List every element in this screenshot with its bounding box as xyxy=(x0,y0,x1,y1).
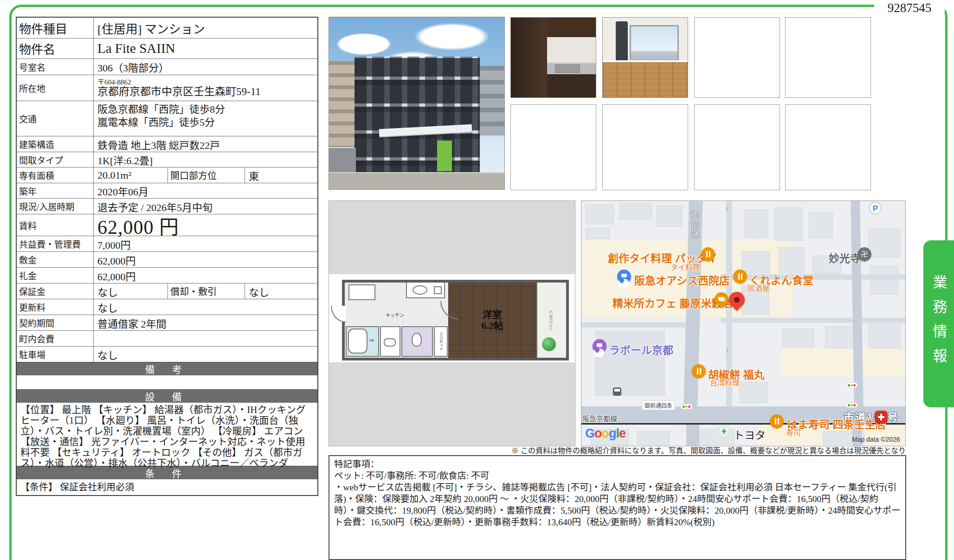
plant-icon xyxy=(542,337,556,351)
map-block-art xyxy=(739,382,768,403)
green-entrance-art xyxy=(437,141,452,171)
street-art xyxy=(329,172,505,190)
kitchen-cabinet-art xyxy=(547,74,596,97)
one-way-arrow-icon: ↓ xyxy=(725,345,729,354)
empty-photo-cell xyxy=(602,104,688,190)
room-curtain-art xyxy=(616,21,628,62)
empty-photo-cell xyxy=(694,104,780,190)
property-table: 物件種目 [住居用] マンション 物件名 La Fite SAIIN 号室名 3… xyxy=(16,17,318,496)
map-block-art xyxy=(586,228,610,239)
remarks-header: 備 考 xyxy=(17,362,317,375)
poi-hamazushi-label: はま寿司 四条壬生店 xyxy=(787,416,886,431)
table-row: 敷金 62,000円 xyxy=(17,251,317,267)
poi-oasis-label: 阪急オアシス西院店 xyxy=(634,272,730,288)
document-number: 9287545 xyxy=(874,0,945,16)
kitchen-photo xyxy=(510,17,596,98)
map-block-art xyxy=(595,331,665,396)
table-row: 所在地 〒604-8862 京都府京都市中京区壬生森町59-11 xyxy=(17,75,317,101)
table-row-rent: 賃料 62,000 円 xyxy=(17,214,317,236)
business-info-tab: 業務情報 xyxy=(923,240,954,407)
kitchen-cabinet-art xyxy=(511,18,547,97)
special-notes-box: 特記事項： ペット: 不可/事務所: 不可/飲食店: 不可 ・webサービス広告… xyxy=(329,455,906,560)
map-block-art xyxy=(825,326,854,348)
building-windows-art xyxy=(355,57,480,173)
map-copyright: Map data ©2026 xyxy=(852,436,900,443)
equipment-body: 【位置】 最上階 【キッチン】 給湯器（都市ガス）・IHクッキングヒーター（1口… xyxy=(17,403,317,466)
railway-label: 阪急京都線 xyxy=(582,413,617,423)
map-block-art xyxy=(585,205,614,224)
restaurant-pin-icon xyxy=(692,364,706,378)
poi-kureyon-sub: 居酒屋 xyxy=(748,282,770,293)
road-label-vertical: 御前通 xyxy=(689,211,700,240)
one-way-arrow-icon: ↓ xyxy=(725,203,729,212)
room-floor-art xyxy=(603,62,688,97)
table-row: 駐車場 なし xyxy=(17,346,317,362)
building-exterior-photo xyxy=(329,17,505,190)
bathtub-art xyxy=(348,328,367,354)
map-road xyxy=(581,322,689,328)
closet-art: クロゼット xyxy=(434,326,448,357)
restaurant-pin-icon xyxy=(701,247,715,261)
map-block-art xyxy=(782,328,814,347)
closet-label: クロゼット xyxy=(438,332,444,351)
table-row: 町内会費 xyxy=(17,330,317,346)
google-logo: Google xyxy=(585,426,625,441)
parking-icon: P xyxy=(869,202,882,214)
map-block-art xyxy=(779,247,805,273)
restaurant-pin-icon xyxy=(770,414,784,428)
google-letter: o xyxy=(602,426,609,440)
bus-stop-icon xyxy=(613,387,621,396)
transport-line: 嵐電本線「西院」徒歩5分 xyxy=(97,116,215,129)
supermarket-pin-icon xyxy=(617,270,631,283)
table-row: 更新料 なし xyxy=(17,299,317,315)
balcony-label: バルコニー xyxy=(548,310,554,331)
table-row: 共益費・管理費 7,000円 xyxy=(17,236,317,251)
restaurant-pin-icon xyxy=(733,270,747,283)
table-row: 交通 阪急京都線「西院」徒歩8分 嵐電本線「西院」徒歩5分 xyxy=(17,101,317,136)
map-block-art xyxy=(657,206,682,227)
map-road xyxy=(686,423,699,446)
intersection-label: 御前通四条 xyxy=(642,400,675,410)
kitchen-sink-art xyxy=(555,64,580,73)
poi-fukumaru-sub: 台湾料理 xyxy=(710,377,740,388)
transport-line: 阪急京都線「西院」徒歩8分 xyxy=(97,103,225,116)
empty-photo-cell xyxy=(785,104,871,190)
business-info-tab-label: 業務情報 xyxy=(928,275,949,373)
room-window-art xyxy=(630,25,679,63)
location-map: 御前通 市道186号 阪急京都線 御前通四条 ↓ ↓ 創作タイ料理 パッタイ タ… xyxy=(581,200,906,446)
notes-line: ・webサービス広告掲載 [不可]・チラシ、雑誌等掲載広告 [不可]・法人契約可… xyxy=(334,482,901,528)
room-name-label: 洋室 xyxy=(483,309,502,320)
poi-thai-sub: タイ料理 xyxy=(670,261,700,272)
western-room-art: 洋室 6.2帖 xyxy=(448,283,536,358)
map-block-art xyxy=(744,209,768,238)
cafe-pin-icon xyxy=(715,292,728,306)
traffic-light-icon xyxy=(845,402,857,408)
google-letter: o xyxy=(594,426,602,440)
remarks-body xyxy=(17,375,317,389)
traffic-light-icon xyxy=(680,404,692,409)
table-row: 建築構造 鉄骨造 地上3階 総戸数22戸 xyxy=(17,136,317,152)
table-row: 保証金 なし 償却・敷引 なし xyxy=(17,283,317,299)
manji-glyph: 卍 xyxy=(857,247,871,261)
traffic-light-icon xyxy=(845,382,857,388)
table-row: 契約期間 普通借家 2年間 xyxy=(17,315,317,330)
table-row: 間取タイプ 1K[洋:6.2畳] xyxy=(17,152,317,167)
neighbor-building-art xyxy=(476,66,505,135)
equipment-header: 設 備 xyxy=(17,389,317,403)
notes-line: ペット: 不可/事務所: 不可/飲食店: 不可 xyxy=(334,470,901,482)
map-block-art xyxy=(637,431,670,445)
toilet-art xyxy=(412,333,422,347)
table-row: 号室名 306（3階部分） xyxy=(17,58,317,75)
stove-art xyxy=(434,286,442,294)
map-block-art xyxy=(868,229,901,257)
table-row: 物件種目 [住居用] マンション xyxy=(17,18,317,38)
laundry-area-art xyxy=(348,284,375,300)
ev-charger-icon xyxy=(717,425,730,438)
google-letter: e xyxy=(619,426,625,440)
google-letter: G xyxy=(585,426,594,440)
civic-pin-icon xyxy=(593,339,606,353)
temple-pin-icon: 卍 xyxy=(857,247,871,261)
map-block-art xyxy=(868,322,901,348)
map-block-art xyxy=(870,266,899,295)
kitchen-label: キッチン xyxy=(386,311,404,318)
